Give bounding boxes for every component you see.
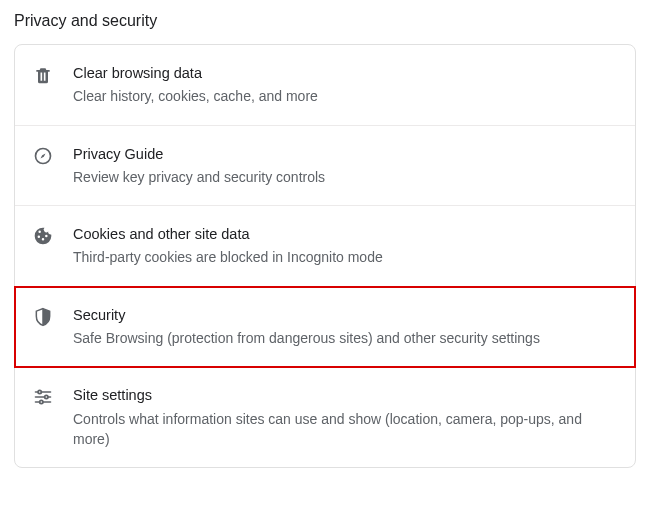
row-title: Clear browsing data — [73, 63, 615, 83]
settings-card: Clear browsing data Clear history, cooki… — [14, 44, 636, 468]
row-site-settings[interactable]: Site settings Controls what information … — [15, 367, 635, 467]
cookie-icon — [33, 224, 73, 246]
sliders-icon — [33, 385, 73, 407]
row-privacy-guide[interactable]: Privacy Guide Review key privacy and sec… — [15, 126, 635, 207]
row-desc: Clear history, cookies, cache, and more — [73, 86, 615, 106]
row-desc: Third-party cookies are blocked in Incog… — [73, 247, 615, 267]
row-title: Privacy Guide — [73, 144, 615, 164]
row-cookies[interactable]: Cookies and other site data Third-party … — [15, 206, 635, 287]
svg-point-5 — [45, 396, 48, 399]
row-desc: Review key privacy and security controls — [73, 167, 615, 187]
trash-icon — [33, 63, 73, 85]
shield-icon — [33, 305, 73, 327]
svg-point-3 — [38, 391, 41, 394]
page-title: Privacy and security — [0, 0, 650, 44]
svg-point-7 — [40, 401, 43, 404]
row-title: Site settings — [73, 385, 615, 405]
svg-marker-1 — [41, 153, 46, 158]
row-clear-browsing-data[interactable]: Clear browsing data Clear history, cooki… — [15, 45, 635, 126]
row-security[interactable]: Security Safe Browsing (protection from … — [15, 287, 635, 368]
row-title: Security — [73, 305, 615, 325]
row-desc: Safe Browsing (protection from dangerous… — [73, 328, 615, 348]
compass-icon — [33, 144, 73, 166]
row-desc: Controls what information sites can use … — [73, 409, 615, 450]
row-title: Cookies and other site data — [73, 224, 615, 244]
